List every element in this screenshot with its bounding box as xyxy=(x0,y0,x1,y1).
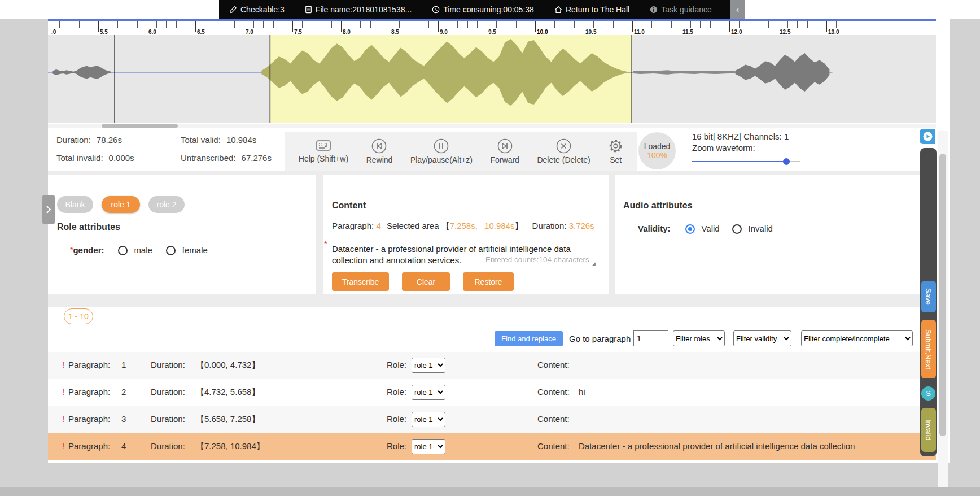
loaded-percent: 100% xyxy=(647,151,667,160)
task-guidance-label: Task guidance xyxy=(661,5,712,14)
zoom-waveform-slider[interactable] xyxy=(692,158,800,165)
restore-button[interactable]: Restore xyxy=(463,272,514,291)
selection-end-value: 10.984s xyxy=(484,221,514,230)
play-icon xyxy=(923,132,933,141)
role-tab-role2[interactable]: role 2 xyxy=(148,196,185,213)
page-vscrollbar[interactable] xyxy=(938,131,948,496)
chevron-left-icon: ‹ xyxy=(736,5,739,14)
time-ruler[interactable]: .05.56.06.57.07.58.08.59.09.510.010.511.… xyxy=(48,21,936,35)
row-role-label: Role: xyxy=(387,441,406,451)
set-button[interactable]: Set xyxy=(608,138,623,164)
role-tab-role1[interactable]: role 1 xyxy=(102,196,140,213)
slider-thumb[interactable] xyxy=(783,158,790,165)
return-to-hall-button[interactable]: Return to The Hall xyxy=(554,5,629,14)
stat-untranscribed-label: Untranscribed: xyxy=(181,153,236,163)
radio-gender-male[interactable] xyxy=(118,246,128,255)
forward-button[interactable]: Forward xyxy=(491,138,519,164)
keyboard-icon xyxy=(315,139,332,153)
validity-label: Validity: xyxy=(638,224,671,233)
side-play-button[interactable] xyxy=(920,129,935,144)
stat-total-valid-value: 10.984s xyxy=(226,135,256,145)
row-role-select[interactable]: role 1 xyxy=(412,412,445,427)
clear-button[interactable]: Clear xyxy=(402,272,450,291)
rewind-button[interactable]: Rewind xyxy=(366,138,393,164)
play-pause-label: Play/pause(Alt+z) xyxy=(410,155,473,164)
row-paragraph-number: 1 xyxy=(121,360,126,369)
rewind-icon xyxy=(371,138,387,154)
row-paragraph-label: Paragraph: xyxy=(68,441,110,451)
stat-duration-value: 78.26s xyxy=(97,135,122,145)
stat-total-invalid-value: 0.000s xyxy=(109,153,134,163)
row-paragraph-number: 3 xyxy=(121,414,126,424)
delete-button[interactable]: Delete (Delete) xyxy=(537,138,590,164)
forward-icon xyxy=(497,138,513,154)
stat-untranscribed-value: 67.276s xyxy=(242,153,272,163)
forward-label: Forward xyxy=(491,155,519,164)
checkable-label: Checkable:3 xyxy=(240,5,285,14)
return-to-hall-label: Return to The Hall xyxy=(566,5,629,14)
row-content-value: hi xyxy=(579,387,585,397)
set-label: Set xyxy=(610,155,622,164)
transport-controls: Help (Shift+w) Rewind Play/pause(Alt+z) … xyxy=(285,132,637,171)
warning-flag: ! xyxy=(62,387,64,397)
selection-start-value: 7.258s, xyxy=(450,221,478,230)
radio-gender-female[interactable] xyxy=(166,246,176,255)
help-button[interactable]: Help (Shift+w) xyxy=(299,139,348,163)
paragraph-number: 4 xyxy=(376,221,380,230)
invalid-button[interactable]: Invalid xyxy=(921,408,936,452)
row-content-label: Content: xyxy=(537,360,570,369)
pagination-badge[interactable]: 1 - 10 xyxy=(64,308,93,324)
goto-paragraph-input[interactable] xyxy=(633,330,668,346)
task-guidance-button[interactable]: Task guidance xyxy=(650,5,712,14)
save-button[interactable]: Save xyxy=(921,281,936,312)
invalid-label: Invalid xyxy=(749,224,773,233)
page-vscrollbar-thumb[interactable] xyxy=(939,154,946,436)
paragraph-label: Paragraph: xyxy=(332,221,374,230)
gender-field: *gender: male female xyxy=(70,245,208,255)
textarea-resize-grip[interactable]: ◢ xyxy=(592,261,596,267)
row-role-select[interactable]: role 1 xyxy=(412,385,445,400)
collapse-topbar-button[interactable]: ‹ xyxy=(730,0,745,19)
radio-validity-invalid[interactable] xyxy=(732,224,742,234)
gender-female-label: female xyxy=(182,245,208,255)
audio-attributes-heading: Audio attributes xyxy=(623,201,693,211)
role-tab-blank[interactable]: Blank xyxy=(57,196,93,213)
row-role-select[interactable]: role 1 xyxy=(412,358,445,373)
waveform-display[interactable] xyxy=(48,35,936,123)
row-paragraph-label: Paragraph: xyxy=(68,387,110,397)
transcribe-button[interactable]: Transcribe xyxy=(332,272,389,291)
s-badge-button[interactable]: S xyxy=(921,386,935,401)
paragraph-row-2[interactable]: ! Paragraph: 2 Duration: 【4.732, 5.658】 … xyxy=(48,379,936,406)
loaded-label: Loaded xyxy=(644,142,671,151)
info-icon xyxy=(650,6,658,14)
filter-roles-select[interactable]: Filter roles xyxy=(673,330,725,346)
file-name-status: File name:201801081538... xyxy=(305,5,412,14)
role-tab-role1-label: role 1 xyxy=(111,200,130,209)
bracket-open: 【 xyxy=(441,221,450,230)
paragraph-row-4-selected[interactable]: ! Paragraph: 4 Duration: 【7.258, 10.984】… xyxy=(48,433,936,460)
paragraph-row-3[interactable]: ! Paragraph: 3 Duration: 【5.658, 7.258】 … xyxy=(48,406,936,433)
waveform-hscrollbar[interactable] xyxy=(48,124,936,128)
role-tab-blank-label: Blank xyxy=(65,200,85,209)
radio-validity-valid[interactable] xyxy=(685,224,695,234)
bottom-strip xyxy=(0,487,980,496)
waveform-hscrollbar-thumb[interactable] xyxy=(102,124,178,128)
row-role-label: Role: xyxy=(387,414,406,424)
loaded-progress-indicator: Loaded 100% xyxy=(638,132,676,169)
row-content-value: Datacenter - a professional provider of … xyxy=(579,441,855,451)
filter-complete-select[interactable]: Filter complete/incomplete xyxy=(801,330,913,346)
play-pause-button[interactable]: Play/pause(Alt+z) xyxy=(410,138,473,164)
paragraph-row-1[interactable]: ! Paragraph: 1 Duration: 【0.000, 4.732】 … xyxy=(48,352,936,379)
clock-icon xyxy=(432,6,440,14)
filter-validity-select[interactable]: Filter validity xyxy=(733,330,791,346)
stat-total-valid-label: Total valid: xyxy=(181,135,221,145)
stat-total-valid: Total valid:10.984s xyxy=(181,135,256,145)
row-role-select[interactable]: role 1 xyxy=(412,439,445,454)
entered-counts-label: Entered counts:104 characters xyxy=(485,255,589,264)
find-and-replace-button[interactable]: Find and replace xyxy=(495,331,563,346)
stat-untranscribed: Untranscribed:67.276s xyxy=(181,153,272,163)
textarea-required-asterisk: * xyxy=(324,240,327,249)
panel-expander-button[interactable] xyxy=(42,195,55,224)
selection-duration-value: 3.726s xyxy=(569,221,594,230)
submit-next-button[interactable]: Submit,Next xyxy=(921,320,936,378)
